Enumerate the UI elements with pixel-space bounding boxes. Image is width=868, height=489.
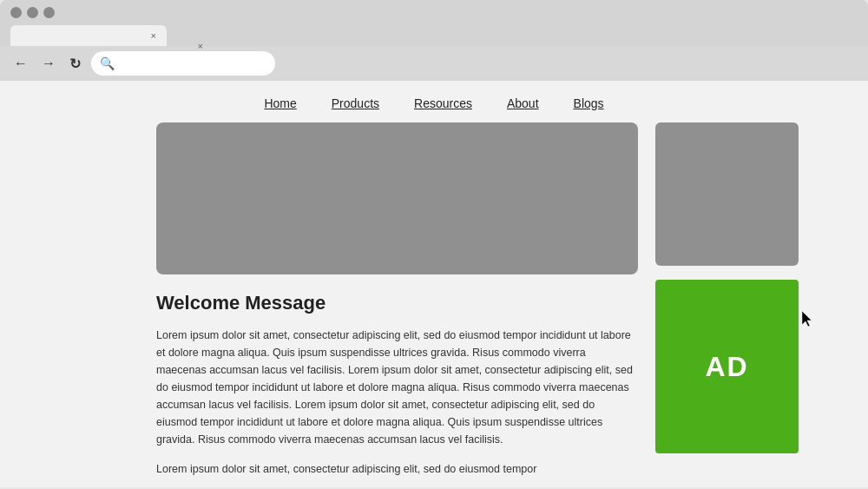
tab-inactive[interactable]: × <box>168 36 210 46</box>
body-text-1: Lorem ipsum dolor sit amet, consectetur … <box>156 327 638 448</box>
main-layout: Welcome Message Lorem ipsum dolor sit am… <box>0 122 868 487</box>
tab-active[interactable]: × <box>10 25 167 46</box>
title-bar <box>0 0 868 25</box>
address-search-icon: 🔍 <box>100 56 115 70</box>
main-right: AD <box>655 122 799 453</box>
browser-chrome: × × ← → ↻ 🔍 <box>0 0 868 81</box>
welcome-title: Welcome Message <box>156 292 638 314</box>
tab-close-inactive[interactable]: × <box>198 41 203 51</box>
nav-item-resources[interactable]: Resources <box>414 96 472 110</box>
nav-item-about[interactable]: About <box>507 96 539 110</box>
ad-label: AD <box>705 351 748 383</box>
tab-close-active[interactable]: × <box>151 30 156 41</box>
tabs-bar: × × <box>0 25 868 46</box>
hero-image <box>156 122 638 274</box>
address-bar-wrapper: 🔍 <box>91 51 858 76</box>
refresh-button[interactable]: ↻ <box>66 54 84 74</box>
body-text-2: Lorem ipsum dolor sit amet, consectetur … <box>156 460 638 478</box>
toolbar: ← → ↻ 🔍 <box>0 46 868 81</box>
forward-button[interactable]: → <box>38 54 59 73</box>
maximize-button[interactable] <box>43 7 55 18</box>
traffic-lights <box>10 7 55 18</box>
minimize-button[interactable] <box>27 7 38 18</box>
main-nav: Home Products Resources About Blogs <box>0 81 868 122</box>
back-button[interactable]: ← <box>10 54 31 73</box>
close-button[interactable] <box>10 7 22 18</box>
nav-item-home[interactable]: Home <box>264 96 296 110</box>
page-content: Home Products Resources About Blogs Welc… <box>0 81 868 487</box>
nav-item-blogs[interactable]: Blogs <box>574 96 604 110</box>
ad-block[interactable]: AD <box>655 280 799 453</box>
main-left: Welcome Message Lorem ipsum dolor sit am… <box>156 122 638 487</box>
side-image <box>655 122 799 266</box>
address-bar[interactable] <box>91 51 275 76</box>
nav-item-products[interactable]: Products <box>332 96 379 110</box>
